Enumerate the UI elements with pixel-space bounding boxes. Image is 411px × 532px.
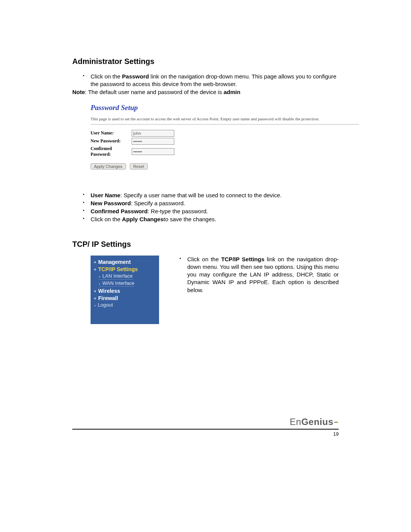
nav-wan-interface[interactable]: ▸WAN Interface (99, 280, 134, 287)
desc-confpass-bold: Confirmed Password (91, 208, 148, 214)
input-confirmed-password[interactable] (132, 148, 174, 155)
svg-point-0 (336, 422, 336, 422)
desc-confirmed-password: Confirmed Password: Re-type the password… (83, 208, 339, 215)
nav-lan-interface[interactable]: ▸LAN Interface (99, 273, 133, 280)
nav-wireless-label: Wireless (98, 288, 120, 294)
input-user-name[interactable] (132, 130, 174, 137)
tcpip-description: Click on the TCP/IP Settings link on the… (180, 256, 339, 294)
arrow-icon: ▸ (99, 282, 101, 286)
note-line: Note: The default user name and password… (72, 89, 339, 95)
arrow-icon: ▸ (99, 275, 101, 278)
nav-management[interactable]: ✦Management (94, 259, 156, 265)
tcpip-para-bold: TCP/IP Settings (221, 256, 264, 262)
nav-logout[interactable]: ▸Logout (94, 302, 156, 308)
footer-divider (72, 429, 339, 430)
intro-list: Click on the Password link on the naviga… (72, 73, 339, 88)
nav-management-label: Management (98, 259, 131, 265)
nav-firewall-label: Firewall (98, 295, 118, 301)
heading-admin-settings: Administrator Settings (72, 57, 339, 66)
reset-button[interactable]: Reset (130, 163, 148, 169)
nav-lan-label: LAN Interface (102, 273, 133, 279)
desc-user-name: User Name: Specify a user name that will… (83, 192, 339, 199)
desc-apply-bold: Apply Changes (122, 216, 164, 222)
label-new-password: New Password: (91, 138, 132, 144)
wifi-arc-icon (333, 414, 339, 425)
desc-new-password: New Password: Specify a password. (83, 200, 339, 207)
bullet-icon: ✦ (94, 268, 97, 272)
desc-apply: Click on the Apply Changesto save the ch… (83, 216, 339, 223)
desc-user-bold: User Name (91, 192, 120, 198)
page-footer: EnGenius 19 (72, 417, 339, 437)
nav-firewall[interactable]: ✦Firewall (94, 295, 156, 301)
brand-en: En (290, 417, 301, 427)
brand-logo: EnGenius (72, 417, 339, 427)
desc-newpass-text: : Specify a password. (131, 200, 185, 206)
password-setup-desc: This page is used to set the account to … (91, 117, 359, 121)
bullet-icon: ✦ (94, 297, 97, 300)
tcpip-para-pre: Click on the (187, 256, 221, 262)
desc-newpass-bold: New Password (91, 200, 131, 206)
intro-pre: Click on the (91, 73, 122, 80)
note-bold: admin (223, 89, 240, 95)
note-pre: Note (72, 89, 85, 95)
arrow-icon: ▸ (94, 304, 96, 307)
page-number: 19 (72, 431, 339, 437)
nav-wan-label: WAN Interface (102, 280, 134, 286)
intro-bold: Password (122, 73, 149, 80)
divider (91, 124, 359, 125)
field-descriptions: User Name: Specify a user name that will… (72, 192, 339, 224)
input-new-password[interactable] (132, 138, 174, 145)
password-setup-title: Password Setup (91, 104, 359, 112)
intro-item: Click on the Password link on the naviga… (83, 73, 339, 88)
desc-apply-pre: Click on the (91, 216, 122, 222)
label-user-name: User Name: (91, 130, 132, 136)
tcpip-para: Click on the TCP/IP Settings link on the… (180, 256, 339, 294)
apply-changes-button[interactable]: Apply Changes (91, 163, 126, 169)
nav-wireless[interactable]: ✦Wireless (94, 288, 156, 294)
nav-menu: ✦Management ✦TCP/IP Settings ▸LAN Interf… (91, 256, 159, 324)
brand-gen: Genius (301, 417, 333, 427)
desc-user-text: : Specify a user name that will be used … (120, 192, 282, 198)
bullet-icon: ✦ (94, 260, 97, 264)
desc-apply-post: to save the changes. (164, 216, 216, 222)
desc-confpass-text: : Re-type the password. (148, 208, 208, 214)
nav-logout-label: Logout (98, 302, 113, 308)
nav-tcpip-settings[interactable]: ✦TCP/IP Settings (94, 266, 156, 272)
note-mid: : The default user name and password of … (85, 89, 223, 95)
password-setup-panel: Password Setup This page is used to set … (91, 101, 359, 178)
heading-tcpip-settings: TCP/ IP Settings (72, 240, 339, 249)
nav-tcpip-label: TCP/IP Settings (98, 266, 138, 272)
label-confirmed-password: Confirmed Password: (91, 146, 132, 157)
bullet-icon: ✦ (94, 289, 97, 293)
